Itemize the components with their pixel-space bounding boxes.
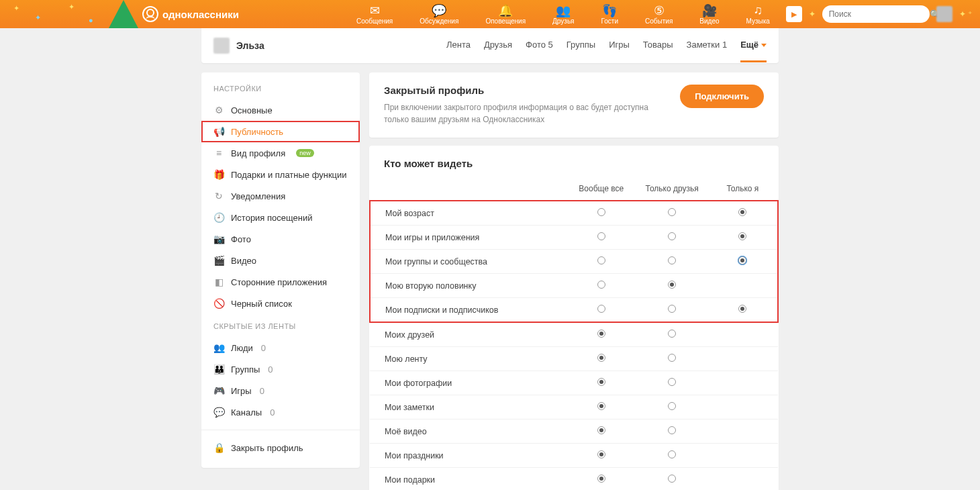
sidebar-hidden-Каналы[interactable]: 💬Каналы0 [201,401,360,423]
topnav-Сообщения[interactable]: ✉Сообщения [356,4,393,25]
closed-profile-card: Закрытый профиль При включении закрытого… [369,72,779,138]
visibility-radio[interactable] [738,305,746,313]
visibility-radio[interactable] [597,402,605,410]
visibility-row: Мои фотографии [370,371,778,395]
tab-Игры[interactable]: Игры [609,40,630,62]
visibility-radio[interactable] [668,475,676,483]
sidebar-item-Вид профиля[interactable]: ≡Вид профиляnew [201,142,360,164]
visibility-radio[interactable] [668,305,676,313]
topnav-icon: 💬 [432,4,446,17]
sidebar-item-Уведомления[interactable]: ↻Уведомления [201,185,360,207]
visibility-col-header: Только друзья [636,177,707,201]
sidebar-item-Основные[interactable]: ⚙Основные [201,99,360,121]
connect-button[interactable]: Подключить [680,85,764,108]
topnav-label: События [645,17,673,25]
visibility-radio[interactable] [597,305,605,313]
visibility-row-label: Мои праздники [370,444,566,468]
visibility-radio[interactable] [668,281,676,289]
profile-bar: Эльза ЛентаДрузьяФото 5ГруппыИгрыТоварыЗ… [201,28,779,63]
topbar-decoration: ✦ ✦ ✦ ● [8,0,136,28]
visibility-radio[interactable] [597,450,605,458]
topnav-Оповещения[interactable]: 🔔Оповещения [485,4,526,25]
sidebar-hidden-Группы[interactable]: 👪Группы0 [201,358,360,380]
visibility-radio[interactable] [597,232,605,240]
visibility-radio[interactable] [597,208,605,216]
visibility-radio[interactable] [597,256,605,264]
visibility-radio[interactable] [668,232,676,240]
visibility-radio[interactable] [597,378,605,386]
visibility-radio[interactable] [597,426,605,434]
visibility-row: Мои заметки [370,395,778,420]
tab-Заметки 1[interactable]: Заметки 1 [687,40,728,62]
topnav-Видео[interactable]: 🎥Видео [699,4,719,25]
sidebar-item-Сторонние приложения[interactable]: ◧Сторонние приложения [201,271,360,293]
topnav-Гости[interactable]: 👣Гости [601,4,618,25]
visibility-col-header: Вообще все [566,177,637,201]
topbar-right: ▶ ✦ 🔍 ✦ ⁺ [786,5,972,23]
sidebar-item-Черный список[interactable]: 🚫Черный список [201,293,360,314]
visibility-radio[interactable] [668,450,676,458]
top-nav: ✉Сообщения💬Обсуждения🔔Оповещения👥Друзья👣… [356,4,770,25]
topnav-Музыка[interactable]: ♫Музыка [746,4,770,25]
visibility-radio[interactable] [668,330,676,338]
sidebar-item-Фото[interactable]: 📷Фото [201,228,360,250]
tab-Ещё[interactable]: Ещё [740,40,767,62]
search-box[interactable]: 🔍 [822,5,930,23]
sidebar-icon: 🎁 [213,169,224,180]
sidebar-item-label: Каналы [231,407,262,418]
visibility-row-label: Мою вторую половинку [370,274,566,298]
tab-Группы[interactable]: Группы [567,40,595,62]
sidebar-item-Публичность[interactable]: 📢Публичность [201,121,360,142]
sidebar-hidden-Игры[interactable]: 🎮Игры0 [201,380,360,401]
sidebar-hidden-Люди[interactable]: 👥Люди0 [201,337,360,358]
topnav-icon: 🔔 [498,4,513,17]
sidebar-icon: 👪 [213,364,224,375]
sidebar-item-label: Закрыть профиль [231,443,303,453]
topnav-События[interactable]: ⑤События [645,4,673,25]
topnav-Обсуждения[interactable]: 💬Обсуждения [420,4,458,25]
visibility-radio[interactable] [668,402,676,410]
visibility-radio[interactable] [738,256,746,264]
topnav-icon: ⑤ [654,4,665,17]
tab-Товары[interactable]: Товары [643,40,673,62]
sidebar-icon: 🕘 [213,212,224,223]
visibility-radio[interactable] [738,232,746,240]
sidebar-icon: 🎮 [213,385,224,396]
topnav-Друзья[interactable]: 👥Друзья [552,4,574,25]
visibility-row: Мою вторую половинку [370,274,778,298]
avatar[interactable] [936,6,952,22]
sidebar-item-label: Группы [231,364,260,375]
visibility-radio[interactable] [597,330,605,338]
tab-Фото 5[interactable]: Фото 5 [526,40,553,62]
visibility-row: Мой возраст [370,201,778,226]
visibility-radio[interactable] [668,208,676,216]
sidebar-item-История посещений[interactable]: 🕘История посещений [201,207,360,228]
visibility-radio[interactable] [738,208,746,216]
visibility-radio[interactable] [597,475,605,483]
sidebar-icon: ⚙ [213,105,224,115]
sidebar-title: НАСТРОЙКИ [201,82,360,99]
visibility-row-label: Моих друзей [370,322,566,347]
profile-avatar[interactable] [213,38,230,54]
settings-sidebar: НАСТРОЙКИ ⚙Основные📢Публичность≡Вид проф… [201,72,360,468]
visibility-row: Мою ленту [370,347,778,371]
visibility-table: Вообще всеТолько друзьяТолько я Мой возр… [369,177,779,490]
tab-Друзья[interactable]: Друзья [484,40,512,62]
visibility-radio[interactable] [597,281,605,289]
logo-text: одноклассники [162,9,239,20]
visibility-radio[interactable] [668,354,676,362]
sidebar-item-Подарки и платные функции[interactable]: 🎁Подарки и платные функции [201,164,360,185]
logo[interactable]: одноклассники [142,6,239,22]
visibility-radio[interactable] [597,354,605,362]
topnav-label: Музыка [746,17,770,25]
closed-profile-desc: При включении закрытого профиля информац… [384,101,666,126]
search-input[interactable] [829,9,930,19]
visibility-radio[interactable] [668,256,676,264]
play-badge-icon[interactable]: ▶ [786,6,802,22]
visibility-title: Кто может видеть [369,146,779,169]
visibility-radio[interactable] [668,378,676,386]
visibility-radio[interactable] [668,426,676,434]
sidebar-item-Видео[interactable]: 🎬Видео [201,250,360,271]
sidebar-close-profile[interactable]: 🔒 Закрыть профиль [201,437,360,458]
tab-Лента[interactable]: Лента [446,40,471,62]
